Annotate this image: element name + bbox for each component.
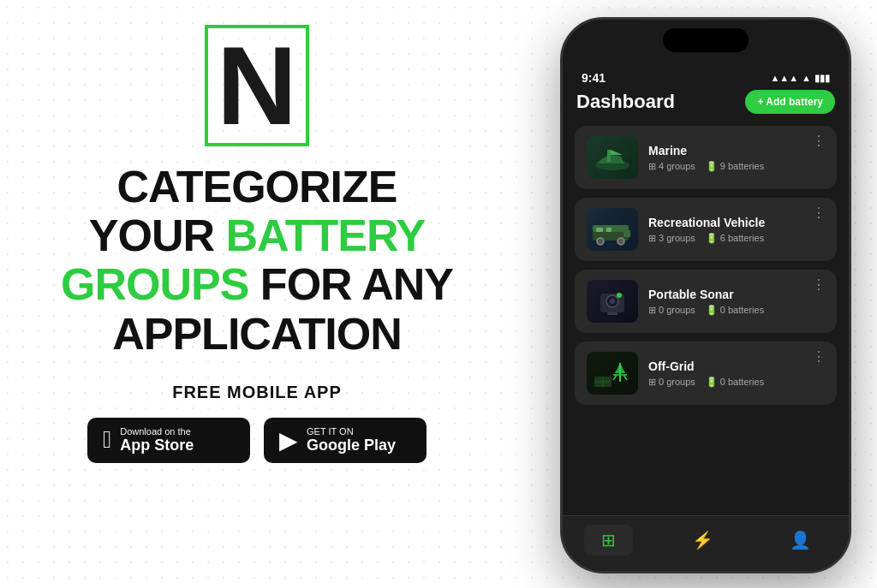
marine-image (587, 136, 638, 179)
phone-bottom-nav: ⊞ ⚡ 👤 (563, 515, 849, 571)
rv-batteries: 🔋 6 batteries (706, 233, 764, 244)
headline-for-any: FOR ANY (248, 259, 453, 309)
marine-meta: ⊞ 4 groups 🔋 9 batteries (648, 161, 825, 172)
add-battery-button[interactable]: + Add battery (745, 90, 835, 114)
rv-batteries-text: 6 batteries (720, 233, 764, 243)
battery-nav-icon: ⚡ (692, 530, 713, 550)
rv-groups-icon: ⊞ (648, 233, 656, 244)
offgrid-groups: ⊞ 0 groups (648, 377, 695, 388)
category-card-offgrid[interactable]: Off-Grid ⊞ 0 groups 🔋 0 batteries ⋮ (575, 342, 837, 405)
marine-batteries: 🔋 9 batteries (706, 161, 764, 172)
google-play-text: GET IT ON Google Play (307, 426, 396, 454)
sonar-batteries-text: 0 batteries (720, 305, 764, 315)
marine-info: Marine ⊞ 4 groups 🔋 9 batteries (648, 144, 825, 172)
nav-dashboard[interactable]: ⊞ (584, 525, 633, 555)
free-app-label: FREE MOBILE APP (172, 383, 342, 402)
category-card-marine[interactable]: Marine ⊞ 4 groups 🔋 9 batteries ⋮ (575, 126, 837, 189)
svg-rect-12 (607, 312, 617, 315)
svg-rect-6 (596, 228, 603, 232)
rv-menu-dots[interactable]: ⋮ (812, 206, 826, 220)
headline-battery: BATTERY (225, 211, 425, 260)
category-card-sonar[interactable]: Portable Sonar ⊞ 0 groups 🔋 0 batteries … (575, 270, 837, 333)
battery-icon: ▮▮▮ (814, 73, 830, 84)
app-store-main-label: App Store (120, 437, 194, 454)
logo-container: N (201, 26, 313, 146)
headline-your: YOUR (89, 211, 226, 260)
logo-border: N (205, 25, 309, 146)
logo-letter: N (217, 23, 297, 148)
rv-groups-text: 3 groups (659, 233, 695, 243)
headline: CATEGORIZE YOUR BATTERY GROUPS FOR ANY A… (61, 163, 453, 359)
sonar-info: Portable Sonar ⊞ 0 groups 🔋 0 batteries (648, 288, 825, 316)
phone-screen: Dashboard + Add battery Marine (563, 90, 849, 573)
offgrid-title: Off-Grid (648, 359, 825, 373)
nav-battery[interactable]: ⚡ (675, 525, 731, 555)
sonar-menu-dots[interactable]: ⋮ (812, 278, 826, 292)
svg-rect-8 (623, 230, 630, 237)
sonar-batteries: 🔋 0 batteries (706, 305, 764, 316)
app-store-button[interactable]:  Download on the App Store (87, 418, 250, 463)
profile-nav-icon: 👤 (790, 530, 811, 550)
store-buttons:  Download on the App Store ▶ GET IT ON … (87, 418, 427, 463)
app-store-top-label: Download on the (120, 426, 194, 437)
dynamic-island-area (563, 20, 849, 59)
phone-time: 9:41 (582, 71, 606, 85)
phone-status-bar: 9:41 ▲▲▲ ▲ ▮▮▮ (563, 59, 849, 90)
add-battery-label: + Add battery (757, 96, 823, 108)
svg-rect-1 (607, 150, 611, 162)
signal-icon: ▲▲▲ (770, 73, 798, 83)
groups-icon: ⊞ (648, 161, 656, 172)
marine-groups-text: 4 groups (659, 161, 695, 171)
svg-point-5 (617, 238, 624, 245)
rv-info: Recreational Vehicle ⊞ 3 groups 🔋 6 batt… (648, 216, 825, 244)
headline-line3: GROUPS FOR ANY (61, 260, 453, 309)
phone-status-icons: ▲▲▲ ▲ ▮▮▮ (770, 73, 830, 84)
offgrid-battery-icon: 🔋 (706, 377, 718, 388)
google-play-main-label: Google Play (307, 437, 396, 454)
sonar-groups-text: 0 groups (659, 305, 695, 315)
headline-line1: CATEGORIZE (61, 163, 453, 211)
offgrid-image (587, 352, 638, 395)
offgrid-menu-dots[interactable]: ⋮ (812, 350, 826, 364)
offgrid-groups-icon: ⊞ (648, 377, 656, 388)
offgrid-batteries-text: 0 batteries (720, 377, 764, 387)
offgrid-batteries: 🔋 0 batteries (706, 377, 764, 388)
marine-menu-dots[interactable]: ⋮ (812, 134, 826, 148)
headline-groups: GROUPS (61, 259, 248, 309)
marine-batteries-text: 9 batteries (720, 161, 764, 171)
offgrid-meta: ⊞ 0 groups 🔋 0 batteries (648, 377, 825, 388)
rv-battery-icon: 🔋 (706, 233, 718, 244)
dynamic-island (663, 28, 749, 52)
app-store-text: Download on the App Store (120, 426, 194, 454)
sonar-title: Portable Sonar (648, 288, 825, 301)
wifi-icon: ▲ (802, 73, 811, 83)
dashboard-header: Dashboard + Add battery (575, 90, 837, 114)
phone-container: 9:41 ▲▲▲ ▲ ▮▮▮ Dashboard + Add battery (560, 17, 851, 573)
headline-line2: YOUR BATTERY (61, 211, 453, 260)
svg-point-4 (597, 238, 604, 245)
apple-icon:  (103, 426, 111, 454)
dashboard-nav-icon: ⊞ (601, 530, 616, 550)
sonar-groups-icon: ⊞ (648, 305, 656, 316)
left-panel: N CATEGORIZE YOUR BATTERY GROUPS FOR ANY… (0, 0, 514, 588)
sonar-battery-icon: 🔋 (706, 305, 718, 316)
rv-image (587, 208, 638, 251)
google-play-top-label: GET IT ON (307, 426, 396, 437)
sonar-groups: ⊞ 0 groups (648, 305, 695, 316)
svg-point-11 (610, 299, 615, 304)
offgrid-groups-text: 0 groups (659, 377, 695, 387)
sonar-image (587, 280, 638, 323)
nav-profile[interactable]: 👤 (773, 525, 828, 555)
headline-line4: APPLICATION (61, 310, 453, 359)
rv-meta: ⊞ 3 groups 🔋 6 batteries (648, 233, 825, 244)
google-play-button[interactable]: ▶ GET IT ON Google Play (264, 418, 427, 463)
category-card-rv[interactable]: Recreational Vehicle ⊞ 3 groups 🔋 6 batt… (575, 198, 837, 261)
battery-icon-small: 🔋 (706, 161, 718, 172)
dashboard-title: Dashboard (576, 91, 675, 113)
svg-point-13 (617, 293, 622, 298)
marine-groups: ⊞ 4 groups (648, 161, 695, 172)
offgrid-info: Off-Grid ⊞ 0 groups 🔋 0 batteries (648, 359, 825, 388)
svg-rect-7 (606, 228, 612, 232)
google-play-icon: ▶ (279, 426, 298, 454)
marine-title: Marine (648, 144, 825, 157)
